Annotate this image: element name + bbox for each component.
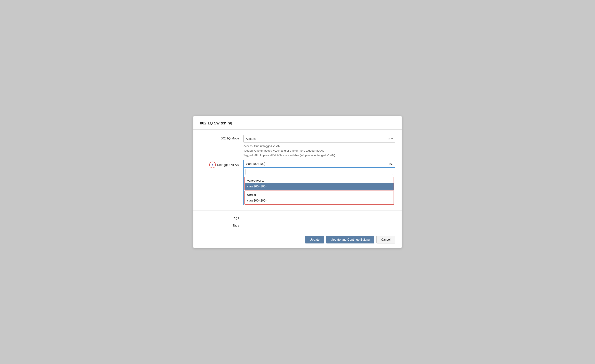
mode-row: 802.1Q Mode Access × ▾ Access: One untag… (200, 135, 395, 157)
dropdown-list: Vancouver 1 vlan 100 (100) Global (243, 176, 395, 205)
group-label-global: Global (245, 192, 394, 197)
switching-section: 802.1Q Mode Access × ▾ Access: One untag… (193, 130, 402, 210)
mode-arrow-icon[interactable]: ▾ (391, 137, 393, 140)
mode-select[interactable]: Access × ▾ (243, 135, 395, 143)
untagged-vlan-row: 5 Untagged VLAN vlan 100 (100) × ▴ (200, 160, 395, 205)
mode-hint: Access: One untagged VLAN Tagged: One un… (243, 144, 395, 157)
main-dialog: 802.1Q Switching 802.1Q Mode Access × ▾ … (193, 116, 402, 248)
untagged-label-wrap: 5 Untagged VLAN (200, 160, 243, 168)
update-button[interactable]: Update (305, 236, 324, 244)
mode-select-value: Access (246, 137, 388, 140)
untagged-vlan-select[interactable]: vlan 100 (100) × ▴ (243, 160, 395, 168)
untagged-arrow-icon[interactable]: ▴ (391, 162, 392, 166)
group-label-vancouver: Vancouver 1 (245, 178, 394, 183)
untagged-vlan-label: Untagged VLAN (217, 163, 239, 167)
untagged-vlan-dropdown: vlan 100 (100) × ▴ Vancouver 1 (243, 160, 395, 205)
untagged-vlan-value: vlan 100 (100) (246, 162, 389, 166)
cancel-button[interactable]: Cancel (376, 236, 395, 244)
tags-section-label: Tags (200, 215, 243, 220)
dialog-body: 802.1Q Mode Access × ▾ Access: One untag… (193, 130, 402, 231)
step-badge: 5 (209, 161, 216, 168)
tags-header-row: Tags (200, 215, 395, 220)
dialog-header: 802.1Q Switching (193, 116, 402, 130)
mode-control: Access × ▾ Access: One untagged VLAN Tag… (243, 135, 395, 157)
mode-label: 802.1Q Mode (200, 135, 243, 140)
tags-sub-label: Tags (200, 222, 243, 227)
group-global-inner: Global vlan 200 (200) (245, 191, 394, 204)
update-continue-button[interactable]: Update and Continue Editing (326, 236, 374, 244)
group-vancouver-inner: Vancouver 1 vlan 100 (100) (245, 177, 394, 190)
dropdown-group-global: Global vlan 200 (200) (244, 191, 394, 205)
hint-line-1: Access: One untagged VLAN (243, 144, 395, 148)
dropdown-search-input[interactable] (245, 169, 393, 175)
dropdown-search-wrap (243, 168, 395, 176)
untagged-clear-icon[interactable]: × (389, 162, 391, 166)
dropdown-item-vlan100[interactable]: vlan 100 (100) (245, 183, 394, 189)
dropdown-item-vlan200[interactable]: vlan 200 (200) (245, 197, 394, 204)
tags-section: Tags Tags (193, 211, 402, 231)
dropdown-group-vancouver: Vancouver 1 vlan 100 (100) (244, 177, 394, 190)
hint-line-3: Tagged (All): Implies all VLANs are avai… (243, 153, 395, 158)
hint-line-2: Tagged: One untagged VLAN and/or one or … (243, 148, 395, 153)
dialog-footer: Update Update and Continue Editing Cance… (193, 231, 402, 248)
dialog-title: 802.1Q Switching (200, 121, 395, 126)
tags-sub-row: Tags (200, 222, 395, 227)
mode-clear-icon[interactable]: × (388, 137, 390, 140)
